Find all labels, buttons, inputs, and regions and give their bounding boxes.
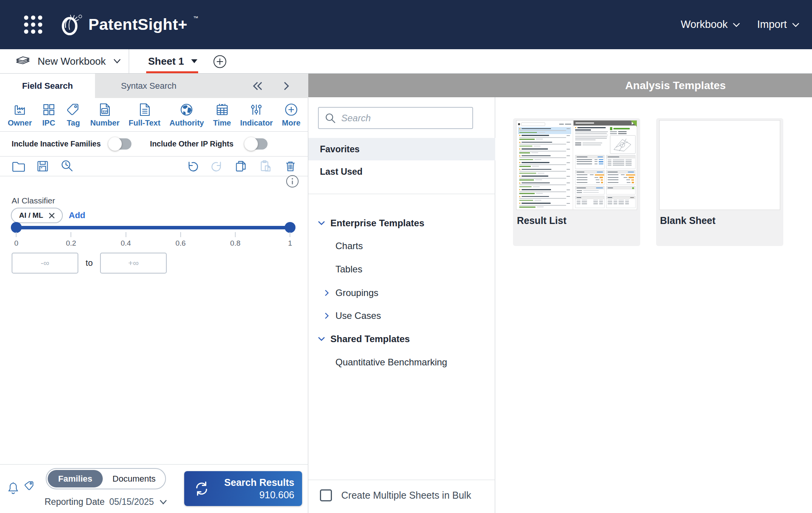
include-inactive-families-toggle[interactable] [109,138,131,150]
mode-families[interactable]: Families [48,470,103,487]
blank-sheet-thumbnail [659,120,780,210]
bulk-sheets-checkbox[interactable] [320,489,332,501]
apps-grid-icon[interactable] [24,15,42,34]
search-history-icon[interactable] [60,159,74,174]
collapse-panel-icon[interactable] [251,80,264,92]
tab-sheet-1[interactable]: Sheet 1 [148,49,197,73]
copy-icon[interactable] [234,159,249,174]
bulk-sheets-label: Create Multiple Sheets in Bulk [341,490,471,501]
tree-item-groupings[interactable]: Groupings [308,284,495,302]
divider [0,464,308,465]
search-input[interactable] [341,113,465,124]
slider-tick-label: 0 [14,232,19,248]
ai-classifier-title: AI Classifier [12,196,55,205]
tree-item-tables[interactable]: Tables [308,260,495,279]
templates-panel: Favorites Last Used Enterprise Templates… [308,97,495,513]
refresh-icon [193,480,211,498]
chevron-right-icon[interactable] [323,288,331,298]
tree-item-charts[interactable]: Charts [308,237,495,255]
brand-name: PatentSight+ [88,13,187,36]
template-card-title: Blank Sheet [660,215,715,226]
classifier-range-slider[interactable] [16,226,290,229]
svg-text:EP: EP [103,109,108,114]
expand-panel-icon[interactable] [281,80,292,92]
import-menu[interactable]: Import [757,19,800,31]
include-inactive-families-label: Include Inactive Families [12,139,101,148]
authority-button[interactable]: Authority [169,102,204,127]
bulk-sheets-option[interactable]: Create Multiple Sheets in Bulk [320,489,471,501]
top-bar: PatentSight+ ™ Workbook Import [0,0,812,49]
tab-syntax-search[interactable]: Syntax Search [95,74,308,98]
search-results-count: 910.606 [259,489,294,501]
tree-item-use-cases[interactable]: Use Cases [308,306,495,325]
chevron-down-icon[interactable] [317,334,326,344]
calendar-icon [214,102,230,117]
undo-icon[interactable] [186,159,200,173]
search-actions-row [0,157,308,176]
delete-icon[interactable] [283,159,297,173]
search-results-label: Search Results [224,477,294,488]
active-sheet-underline [146,71,198,73]
template-card-title: Result List [517,215,567,226]
chevron-down-icon [791,22,800,28]
owner-button[interactable]: Owner [8,102,32,127]
add-classifier-link[interactable]: Add [69,210,85,220]
workbook-selector[interactable]: New Workbook [14,49,122,73]
document-ep-icon: EP [97,102,112,117]
save-icon[interactable] [36,159,50,173]
toggles-row: Include Inactive Families Include Other … [0,132,308,157]
range-to-input[interactable] [100,253,167,274]
mode-documents[interactable]: Documents [103,474,165,484]
slider-tick-label: 0.6 [175,232,185,248]
redo-icon[interactable] [210,159,224,173]
search-icon [325,113,336,124]
add-sheet-button[interactable] [213,54,227,69]
include-other-ip-rights-toggle[interactable] [245,138,268,150]
quick-item-last-used[interactable]: Last Used [308,160,495,183]
paste-icon[interactable] [259,159,273,174]
indicator-button[interactable]: Indicator [240,102,273,127]
ipc-button[interactable]: IPC [41,102,57,127]
slider-handle-upper[interactable] [285,222,295,233]
tree-item-enterprise-templates[interactable]: Enterprise Templates [308,214,495,232]
workbook-menu[interactable]: Workbook [681,19,741,31]
slider-tick-label: 0.4 [121,232,131,248]
chevron-right-icon[interactable] [323,311,331,320]
ai-ml-chip[interactable]: AI / ML [11,208,63,223]
plus-circle-icon [283,102,299,117]
search-results-button[interactable]: Search Results 910.606 [184,471,302,506]
template-card-blank-sheet[interactable]: Blank Sheet [656,118,783,246]
slider-tick-label: 1 [288,232,292,248]
tree-item-shared-templates[interactable]: Shared Templates [308,330,495,348]
tree-item-quantitative-benchmarking[interactable]: Quantitative Benchmarking [308,353,495,372]
workbook-bar: New Workbook Sheet 1 [0,49,812,74]
reporting-date-selector[interactable]: Reporting Date 05/15/2025 [45,497,168,507]
full-text-button[interactable]: Full-Text [129,102,161,127]
tab-field-search[interactable]: Field Search [0,74,95,98]
number-button[interactable]: EP Number [90,102,120,127]
brand-logo: PatentSight+ ™ [59,13,198,36]
info-icon[interactable] [286,175,299,188]
reporting-date-value: 05/15/2025 [109,497,154,507]
close-icon[interactable] [49,213,55,219]
analysis-templates-title: Analysis Templates [625,79,726,92]
divider [308,194,495,194]
range-from-input[interactable] [12,253,78,274]
chevron-down-icon [159,499,168,506]
chevron-down-icon[interactable] [317,219,326,228]
more-button[interactable]: More [282,102,301,127]
template-card-result-list[interactable]: Result List [513,118,640,246]
tag-label-icon[interactable] [22,479,36,493]
tag-button[interactable]: Tag [66,102,81,127]
result-mode-toggle[interactable]: Families Documents [46,468,166,489]
divider [129,49,129,73]
notifications-bell-icon[interactable] [7,481,19,495]
quick-item-favorites[interactable]: Favorites [308,138,495,160]
slider-handle-lower[interactable] [11,222,22,233]
slider-tick-label: 0.2 [66,232,76,248]
sheet-menu-caret-icon[interactable] [191,59,197,63]
open-folder-icon[interactable] [11,160,26,173]
templates-search-box[interactable] [318,107,473,129]
slider-ticks: 0 0.2 0.4 0.6 0.8 1 [16,232,290,251]
time-button[interactable]: Time [213,102,231,127]
